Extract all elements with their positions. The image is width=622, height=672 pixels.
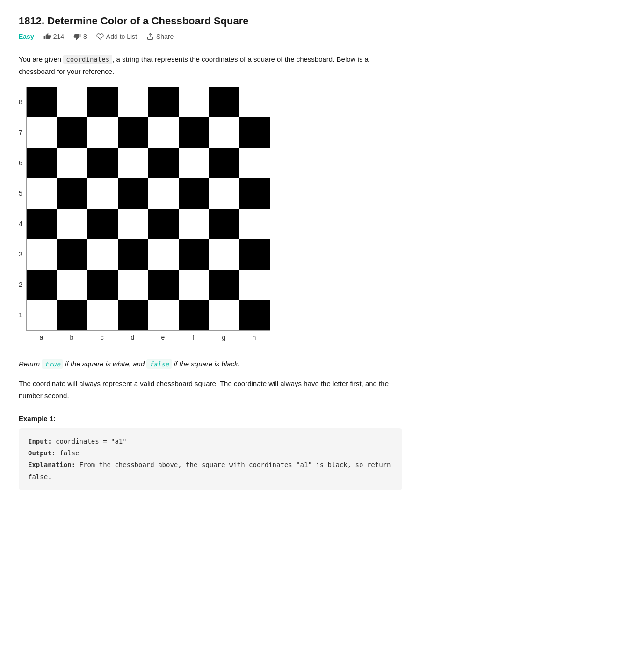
difficulty-badge: Easy	[19, 33, 34, 40]
board-cell	[118, 239, 148, 270]
board-cell	[179, 270, 209, 300]
example1-input-line: Input: coordinates = "a1"	[28, 436, 393, 447]
board-cell	[118, 178, 148, 209]
board-and-cols: abcdefgh	[26, 87, 270, 341]
chessboard-wrapper: 87654321 abcdefgh	[19, 87, 270, 345]
board-cell	[118, 270, 148, 300]
board-cell	[27, 87, 57, 117]
board-cell	[57, 87, 87, 117]
col-label: a	[26, 334, 57, 341]
share-icon	[146, 33, 154, 40]
board-cell	[148, 300, 179, 330]
row-label: 8	[19, 87, 22, 117]
board-cell	[57, 148, 87, 178]
board-cell	[209, 270, 239, 300]
board-cell	[57, 239, 87, 270]
share-button[interactable]: Share	[146, 33, 174, 40]
return-middle: if the square is white, and	[63, 360, 146, 368]
board-cell	[27, 239, 57, 270]
row-label: 3	[19, 239, 22, 269]
example1-title: Example 1:	[19, 415, 402, 423]
col-label: e	[148, 334, 178, 341]
likes-item: 214	[43, 33, 64, 40]
col-label: h	[239, 334, 269, 341]
board-cell	[87, 209, 118, 239]
board-cell	[179, 117, 209, 148]
board-cell	[209, 300, 239, 330]
row-label: 5	[19, 178, 22, 208]
constraint-text: The coordinate will always represent a v…	[19, 378, 402, 402]
board-cell	[87, 87, 118, 117]
col-label: g	[209, 334, 239, 341]
board-cell	[27, 117, 57, 148]
board-cell	[57, 117, 87, 148]
board-cell	[209, 117, 239, 148]
example1-code-block: Input: coordinates = "a1" Output: false …	[19, 428, 402, 490]
board-cell	[87, 117, 118, 148]
col-label: f	[178, 334, 209, 341]
board-cell	[148, 239, 179, 270]
board-cell	[27, 148, 57, 178]
row-label: 2	[19, 269, 22, 299]
board-cell	[148, 148, 179, 178]
board-cell	[57, 178, 87, 209]
row-label: 7	[19, 117, 22, 147]
chessboard-container: 87654321 abcdefgh	[19, 87, 402, 345]
row-label: 4	[19, 208, 22, 239]
board-cell	[179, 87, 209, 117]
board-cell	[87, 300, 118, 330]
board-cell	[118, 209, 148, 239]
board-cell	[179, 239, 209, 270]
col-label: c	[87, 334, 117, 341]
board-cell	[239, 178, 270, 209]
problem-title: 1812. Determine Color of a Chessboard Sq…	[19, 15, 402, 27]
row-label: 1	[19, 299, 22, 330]
board-cell	[118, 117, 148, 148]
board-cell	[209, 209, 239, 239]
board-cell	[179, 300, 209, 330]
return-text: Return true if the square is white, and …	[19, 358, 402, 370]
true-code: true	[42, 359, 63, 369]
board-cell	[239, 148, 270, 178]
thumbs-up-icon	[43, 33, 51, 40]
false-code: false	[146, 359, 172, 369]
row-labels: 87654321	[19, 87, 26, 345]
board-cell	[57, 209, 87, 239]
board-cell	[148, 209, 179, 239]
board-cell	[27, 300, 57, 330]
col-label: d	[117, 334, 148, 341]
board-cell	[209, 178, 239, 209]
coordinates-code: coordinates	[63, 55, 112, 64]
col-labels: abcdefgh	[26, 331, 270, 341]
board-cell	[118, 300, 148, 330]
share-label: Share	[156, 33, 174, 40]
board-cell	[179, 148, 209, 178]
example1-explanation-line: Explanation: From the chessboard above, …	[28, 459, 393, 471]
board-cell	[239, 239, 270, 270]
return-suffix: if the square is black.	[172, 360, 240, 368]
example1-output-line: Output: false	[28, 447, 393, 459]
chessboard	[26, 87, 270, 331]
board-cell	[118, 87, 148, 117]
board-cell	[239, 209, 270, 239]
board-cell	[87, 148, 118, 178]
board-cell	[87, 178, 118, 209]
board-cell	[148, 270, 179, 300]
board-cell	[148, 117, 179, 148]
board-cell	[27, 209, 57, 239]
board-cell	[239, 300, 270, 330]
likes-count: 214	[53, 33, 64, 40]
board-cell	[27, 178, 57, 209]
description-paragraph: You are given coordinates, a string that…	[19, 53, 402, 77]
board-cell	[148, 178, 179, 209]
board-cell	[239, 270, 270, 300]
thumbs-down-icon	[73, 33, 81, 40]
board-cell	[118, 148, 148, 178]
add-to-list-icon	[96, 33, 104, 40]
board-cell	[209, 239, 239, 270]
add-to-list-label: Add to List	[106, 33, 137, 40]
description-text-1: You are given	[19, 55, 63, 63]
board-cell	[87, 239, 118, 270]
board-cell	[87, 270, 118, 300]
add-to-list-button[interactable]: Add to List	[96, 33, 137, 40]
